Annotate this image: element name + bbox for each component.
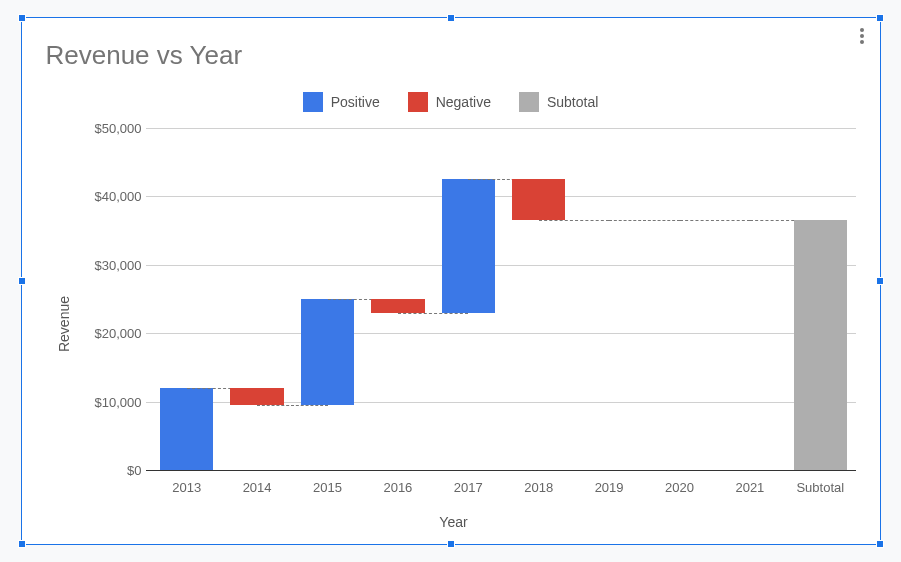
legend-item-positive[interactable]: Positive [303,92,380,112]
legend-swatch-negative [408,92,428,112]
x-tick-label: 2021 [715,480,785,495]
y-axis-label[interactable]: Revenue [56,296,72,352]
resize-handle-top-right[interactable] [876,14,884,22]
bar[interactable] [794,220,848,470]
bar-slot: 2015 [292,128,362,470]
bar-slot: 2020 [644,128,714,470]
svg-point-1 [860,34,864,38]
y-tick-label: $10,000 [95,394,142,409]
legend-label: Negative [436,94,491,110]
x-tick-label: 2018 [504,480,574,495]
y-tick-label: $30,000 [95,257,142,272]
x-tick-label: 2019 [574,480,644,495]
resize-handle-bottom-right[interactable] [876,540,884,548]
bar-slot: 2021 [715,128,785,470]
resize-handle-bottom-left[interactable] [18,540,26,548]
svg-point-2 [860,40,864,44]
y-tick-label: $50,000 [95,121,142,136]
y-tick-label: $0 [127,463,141,478]
legend-label: Positive [331,94,380,110]
legend-swatch-positive [303,92,323,112]
resize-handle-bottom-center[interactable] [447,540,455,548]
bar[interactable] [371,299,425,313]
x-axis-line [146,470,856,471]
x-tick-label: 2020 [644,480,714,495]
resize-handle-top-center[interactable] [447,14,455,22]
bar-slot: 2017 [433,128,503,470]
bar-slot: 2013 [152,128,222,470]
chart-legend: Positive Negative Subtotal [22,92,880,112]
bar[interactable] [230,388,284,405]
chart-title[interactable]: Revenue vs Year [46,40,243,71]
bar[interactable] [301,299,355,405]
x-tick-label: 2015 [292,480,362,495]
chart-overflow-menu-button[interactable] [850,24,874,48]
x-axis-label[interactable]: Year [42,514,866,530]
bar-slot: Subtotal [785,128,855,470]
plot-area: $0$10,000$20,000$30,000$40,000$50,000201… [152,128,856,470]
x-tick-label: 2014 [222,480,292,495]
bars-layer: 201320142015201620172018201920202021Subt… [152,128,856,470]
more-vertical-icon [860,28,864,44]
x-tick-label: 2017 [433,480,503,495]
bar-slot: 2019 [574,128,644,470]
plot-wrapper: Revenue Year $0$10,000$20,000$30,000$40,… [42,118,866,530]
chart-card[interactable]: Revenue vs Year Positive Negative Subtot… [21,17,881,545]
legend-item-negative[interactable]: Negative [408,92,491,112]
x-tick-label: Subtotal [785,480,855,495]
x-tick-label: 2013 [152,480,222,495]
legend-swatch-subtotal [519,92,539,112]
legend-label: Subtotal [547,94,598,110]
legend-item-subtotal[interactable]: Subtotal [519,92,598,112]
bar[interactable] [160,388,214,470]
y-tick-label: $20,000 [95,326,142,341]
bar[interactable] [442,179,496,312]
bar[interactable] [512,179,566,220]
resize-handle-middle-left[interactable] [18,277,26,285]
x-tick-label: 2016 [363,480,433,495]
bar-slot: 2018 [504,128,574,470]
resize-handle-middle-right[interactable] [876,277,884,285]
bar-slot: 2016 [363,128,433,470]
y-tick-label: $40,000 [95,189,142,204]
svg-point-0 [860,28,864,32]
resize-handle-top-left[interactable] [18,14,26,22]
bar-slot: 2014 [222,128,292,470]
